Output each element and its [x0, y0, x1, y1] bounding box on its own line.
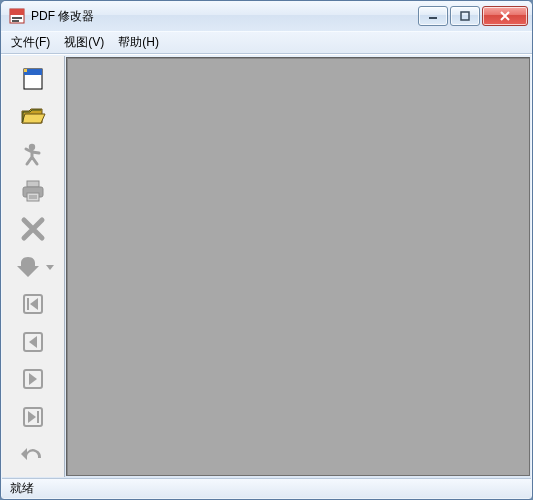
download-button [11, 250, 45, 284]
undo-icon [21, 444, 45, 464]
download-button-group [5, 250, 61, 284]
svg-rect-20 [37, 411, 39, 423]
svg-rect-4 [429, 17, 437, 19]
run-icon [20, 141, 46, 167]
printer-icon [20, 178, 46, 204]
last-page-icon [21, 405, 45, 429]
maximize-button[interactable] [450, 6, 480, 26]
prev-page-icon [21, 330, 45, 354]
svg-rect-10 [27, 181, 39, 187]
app-window: PDF 修改器 文件(F) 视图(V) 帮助(H) [0, 0, 533, 500]
open-button[interactable] [11, 100, 55, 134]
next-page-button [11, 363, 55, 397]
svg-rect-1 [10, 9, 24, 15]
svg-rect-16 [27, 298, 29, 310]
download-arrow-icon [15, 254, 41, 280]
first-page-button [11, 288, 55, 322]
run-button [11, 137, 55, 171]
print-button [11, 175, 55, 209]
client-area [2, 56, 531, 477]
next-page-icon [21, 367, 45, 391]
new-doc-button[interactable] [11, 62, 55, 96]
window-controls [418, 6, 528, 26]
close-button[interactable] [482, 6, 528, 26]
workspace [66, 57, 530, 476]
delete-x-icon [20, 216, 46, 242]
minimize-button[interactable] [418, 6, 448, 26]
svg-rect-3 [12, 20, 19, 22]
status-text: 就绪 [10, 480, 34, 497]
menu-view[interactable]: 视图(V) [64, 34, 104, 51]
open-folder-icon [20, 103, 46, 129]
delete-button [11, 212, 55, 246]
toolbar [2, 56, 65, 477]
statusbar: 就绪 [2, 478, 531, 498]
first-page-icon [21, 292, 45, 316]
last-page-button [11, 400, 55, 434]
titlebar[interactable]: PDF 修改器 [1, 1, 532, 31]
svg-rect-12 [27, 193, 39, 201]
app-icon [9, 8, 25, 24]
svg-rect-2 [12, 17, 22, 19]
menu-file[interactable]: 文件(F) [11, 34, 50, 51]
svg-rect-5 [461, 12, 469, 20]
svg-rect-8 [24, 69, 27, 72]
undo-button [11, 438, 55, 472]
window-title: PDF 修改器 [31, 8, 418, 25]
prev-page-button [11, 325, 55, 359]
menu-help[interactable]: 帮助(H) [118, 34, 159, 51]
download-dropdown [45, 250, 55, 284]
new-doc-icon [20, 66, 46, 92]
menu-divider [1, 53, 532, 55]
menubar: 文件(F) 视图(V) 帮助(H) [1, 31, 532, 53]
